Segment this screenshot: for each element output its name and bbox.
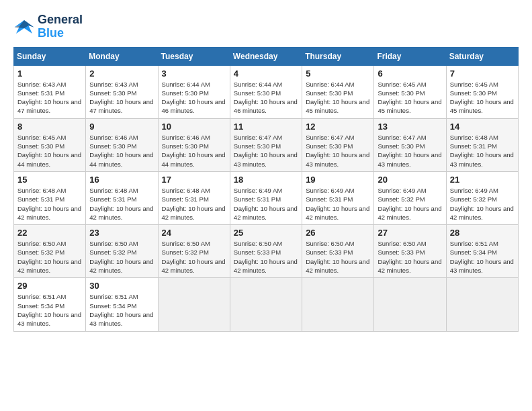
calendar-cell (374, 278, 446, 331)
day-info: Sunrise: 6:51 AM Sunset: 5:34 PM Dayligh… (450, 239, 515, 275)
calendar-cell: 27 Sunrise: 6:50 AM Sunset: 5:33 PM Dayl… (374, 225, 446, 278)
col-friday: Friday (374, 47, 446, 65)
day-number: 7 (450, 68, 515, 79)
calendar-cell: 8 Sunrise: 6:45 AM Sunset: 5:30 PM Dayli… (14, 118, 86, 171)
col-tuesday: Tuesday (158, 47, 230, 65)
col-sunday: Sunday (14, 47, 86, 65)
day-number: 14 (450, 122, 515, 132)
calendar-cell: 23 Sunrise: 6:50 AM Sunset: 5:32 PM Dayl… (86, 225, 158, 278)
logo: General Blue (13, 13, 83, 40)
col-thursday: Thursday (302, 47, 374, 65)
day-number: 2 (89, 68, 154, 79)
day-number: 16 (89, 175, 154, 185)
calendar-cell: 19 Sunrise: 6:49 AM Sunset: 5:31 PM Dayl… (302, 171, 374, 224)
day-info: Sunrise: 6:50 AM Sunset: 5:33 PM Dayligh… (306, 239, 370, 275)
day-number: 21 (450, 175, 515, 185)
day-info: Sunrise: 6:48 AM Sunset: 5:31 PM Dayligh… (17, 186, 82, 222)
day-info: Sunrise: 6:47 AM Sunset: 5:30 PM Dayligh… (234, 133, 298, 169)
calendar-week-row: 29 Sunrise: 6:51 AM Sunset: 5:34 PM Dayl… (14, 278, 519, 331)
day-info: Sunrise: 6:45 AM Sunset: 5:30 PM Dayligh… (450, 80, 515, 116)
day-number: 9 (89, 122, 154, 132)
day-info: Sunrise: 6:45 AM Sunset: 5:30 PM Dayligh… (378, 80, 442, 116)
day-number: 23 (89, 228, 154, 238)
calendar-cell: 26 Sunrise: 6:50 AM Sunset: 5:33 PM Dayl… (302, 225, 374, 278)
day-number: 6 (378, 68, 442, 79)
day-info: Sunrise: 6:45 AM Sunset: 5:30 PM Dayligh… (17, 133, 82, 169)
day-info: Sunrise: 6:51 AM Sunset: 5:34 PM Dayligh… (17, 292, 82, 328)
logo-line1: General (38, 13, 83, 27)
day-number: 17 (162, 175, 226, 185)
calendar-cell: 30 Sunrise: 6:51 AM Sunset: 5:34 PM Dayl… (86, 278, 158, 331)
logo-icon (13, 17, 35, 36)
day-number: 5 (306, 68, 370, 79)
calendar-cell: 9 Sunrise: 6:46 AM Sunset: 5:30 PM Dayli… (86, 118, 158, 171)
calendar-cell: 7 Sunrise: 6:45 AM Sunset: 5:30 PM Dayli… (446, 65, 518, 118)
day-info: Sunrise: 6:50 AM Sunset: 5:32 PM Dayligh… (89, 239, 154, 275)
day-number: 4 (234, 68, 298, 79)
day-info: Sunrise: 6:44 AM Sunset: 5:30 PM Dayligh… (234, 80, 298, 116)
day-info: Sunrise: 6:44 AM Sunset: 5:30 PM Dayligh… (162, 80, 226, 116)
day-info: Sunrise: 6:49 AM Sunset: 5:32 PM Dayligh… (450, 186, 515, 222)
day-number: 12 (306, 122, 370, 132)
calendar-cell: 10 Sunrise: 6:46 AM Sunset: 5:30 PM Dayl… (158, 118, 230, 171)
calendar-cell (446, 278, 518, 331)
day-number: 27 (378, 228, 442, 238)
day-info: Sunrise: 6:46 AM Sunset: 5:30 PM Dayligh… (89, 133, 154, 169)
day-info: Sunrise: 6:49 AM Sunset: 5:32 PM Dayligh… (378, 186, 442, 222)
day-info: Sunrise: 6:44 AM Sunset: 5:30 PM Dayligh… (306, 80, 370, 116)
calendar-cell: 12 Sunrise: 6:47 AM Sunset: 5:30 PM Dayl… (302, 118, 374, 171)
calendar-cell: 17 Sunrise: 6:48 AM Sunset: 5:31 PM Dayl… (158, 171, 230, 224)
day-number: 29 (17, 281, 82, 291)
calendar-cell: 2 Sunrise: 6:43 AM Sunset: 5:30 PM Dayli… (86, 65, 158, 118)
calendar-cell: 1 Sunrise: 6:43 AM Sunset: 5:31 PM Dayli… (14, 65, 86, 118)
calendar-cell: 24 Sunrise: 6:50 AM Sunset: 5:32 PM Dayl… (158, 225, 230, 278)
day-info: Sunrise: 6:51 AM Sunset: 5:34 PM Dayligh… (89, 292, 154, 328)
day-number: 28 (450, 228, 515, 238)
day-info: Sunrise: 6:50 AM Sunset: 5:33 PM Dayligh… (378, 239, 442, 275)
svg-marker-1 (15, 20, 34, 28)
calendar-cell: 4 Sunrise: 6:44 AM Sunset: 5:30 PM Dayli… (230, 65, 302, 118)
calendar-week-row: 15 Sunrise: 6:48 AM Sunset: 5:31 PM Dayl… (14, 171, 519, 224)
calendar-cell: 6 Sunrise: 6:45 AM Sunset: 5:30 PM Dayli… (374, 65, 446, 118)
day-info: Sunrise: 6:50 AM Sunset: 5:32 PM Dayligh… (17, 239, 82, 275)
day-info: Sunrise: 6:47 AM Sunset: 5:30 PM Dayligh… (378, 133, 442, 169)
day-number: 30 (89, 281, 154, 291)
calendar-cell (230, 278, 302, 331)
calendar-cell: 3 Sunrise: 6:44 AM Sunset: 5:30 PM Dayli… (158, 65, 230, 118)
day-number: 3 (162, 68, 226, 79)
day-info: Sunrise: 6:48 AM Sunset: 5:31 PM Dayligh… (89, 186, 154, 222)
day-info: Sunrise: 6:49 AM Sunset: 5:31 PM Dayligh… (234, 186, 298, 222)
day-info: Sunrise: 6:48 AM Sunset: 5:31 PM Dayligh… (450, 133, 515, 169)
calendar-cell: 11 Sunrise: 6:47 AM Sunset: 5:30 PM Dayl… (230, 118, 302, 171)
calendar-cell (158, 278, 230, 331)
day-info: Sunrise: 6:50 AM Sunset: 5:33 PM Dayligh… (234, 239, 298, 275)
col-monday: Monday (86, 47, 158, 65)
day-info: Sunrise: 6:50 AM Sunset: 5:32 PM Dayligh… (162, 239, 226, 275)
day-info: Sunrise: 6:46 AM Sunset: 5:30 PM Dayligh… (162, 133, 226, 169)
calendar-cell: 5 Sunrise: 6:44 AM Sunset: 5:30 PM Dayli… (302, 65, 374, 118)
calendar-cell: 13 Sunrise: 6:47 AM Sunset: 5:30 PM Dayl… (374, 118, 446, 171)
col-saturday: Saturday (446, 47, 518, 65)
calendar-cell: 14 Sunrise: 6:48 AM Sunset: 5:31 PM Dayl… (446, 118, 518, 171)
day-number: 13 (378, 122, 442, 132)
day-info: Sunrise: 6:47 AM Sunset: 5:30 PM Dayligh… (306, 133, 370, 169)
day-number: 11 (234, 122, 298, 132)
day-number: 8 (17, 122, 82, 132)
col-wednesday: Wednesday (230, 47, 302, 65)
day-number: 25 (234, 228, 298, 238)
logo-text: General Blue (38, 13, 83, 40)
calendar-cell: 20 Sunrise: 6:49 AM Sunset: 5:32 PM Dayl… (374, 171, 446, 224)
calendar-cell: 22 Sunrise: 6:50 AM Sunset: 5:32 PM Dayl… (14, 225, 86, 278)
day-info: Sunrise: 6:49 AM Sunset: 5:31 PM Dayligh… (306, 186, 370, 222)
calendar-cell: 16 Sunrise: 6:48 AM Sunset: 5:31 PM Dayl… (86, 171, 158, 224)
calendar-cell: 28 Sunrise: 6:51 AM Sunset: 5:34 PM Dayl… (446, 225, 518, 278)
calendar-week-row: 8 Sunrise: 6:45 AM Sunset: 5:30 PM Dayli… (14, 118, 519, 171)
calendar-header-row: Sunday Monday Tuesday Wednesday Thursday… (14, 47, 519, 65)
day-number: 19 (306, 175, 370, 185)
calendar-week-row: 22 Sunrise: 6:50 AM Sunset: 5:32 PM Dayl… (14, 225, 519, 278)
day-number: 10 (162, 122, 226, 132)
day-number: 26 (306, 228, 370, 238)
day-number: 15 (17, 175, 82, 185)
calendar-cell: 29 Sunrise: 6:51 AM Sunset: 5:34 PM Dayl… (14, 278, 86, 331)
calendar-cell: 15 Sunrise: 6:48 AM Sunset: 5:31 PM Dayl… (14, 171, 86, 224)
